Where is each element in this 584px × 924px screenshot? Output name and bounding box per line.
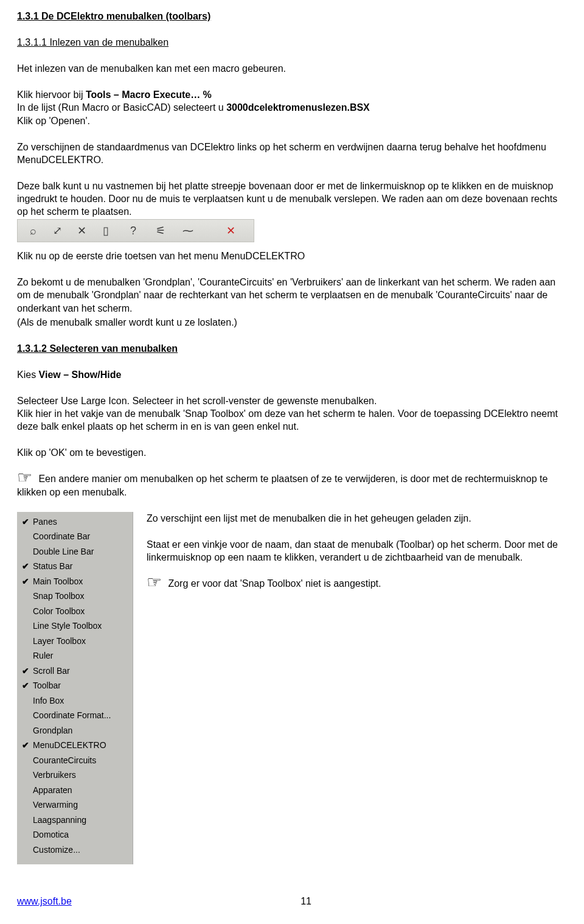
context-menu-item-label: Verbruikers: [33, 769, 76, 780]
context-menu-item-label: Snap Toolbox: [33, 590, 85, 601]
context-menu-item: Coordinate Format...: [17, 708, 133, 723]
context-menu-item: ✔Status Bar: [17, 559, 133, 574]
hand-note-2-text: Zorg er voor dat 'Snap Toolbox' niet is …: [165, 578, 381, 589]
hand-note-1-text: Een andere manier om menubalken op het s…: [17, 474, 548, 497]
intro2-bold1: Tools – Macro Execute… %: [86, 89, 212, 100]
context-menu-item: ✔Scroll Bar: [17, 663, 133, 679]
check-icon: ✔: [22, 665, 33, 676]
check-icon: ✔: [22, 680, 33, 691]
toolbar-btn-6: ⚟: [151, 222, 170, 240]
after-toolbar-3: (Als de menubalk smaller wordt kunt u ze…: [17, 316, 567, 329]
context-menu-item: Ruler: [17, 648, 133, 663]
context-menu-item-label: Line Style Toolbox: [33, 620, 102, 631]
hand-note-2: ☞ Zorg er voor dat 'Snap Toolbox' niet i…: [147, 577, 567, 590]
check-icon: ✔: [22, 516, 33, 527]
toolbar-btn-8: ✕: [221, 222, 240, 240]
after-toolbar-2: Zo bekomt u de menubalken 'Grondplan', '…: [17, 276, 567, 314]
context-menu-item: ✔Panes: [17, 514, 133, 530]
check-icon: ✔: [22, 561, 33, 572]
kies-line: Kies View – Show/Hide: [17, 368, 567, 381]
context-menu-item: Grondplan: [17, 723, 133, 738]
context-menu-item-label: Layer Toolbox: [33, 635, 86, 646]
intro2-bold2: 3000dcelektromenuslezen.BSX: [226, 102, 370, 113]
context-menu-item-label: Customize...: [33, 844, 80, 855]
check-icon: ✔: [22, 740, 33, 751]
context-menu-item-label: Main Toolbox: [33, 576, 83, 587]
kies-pre: Kies: [17, 369, 39, 380]
context-menu-item-label: CouranteCircuits: [33, 755, 96, 766]
hand-icon: ☞: [17, 474, 32, 482]
context-menu-item: Laagspanning: [17, 813, 133, 828]
context-menu-item: ✔Main Toolbox: [17, 574, 133, 589]
context-menu-item-label: MenuDCELEKTRO: [33, 740, 106, 751]
hand-icon: ☞: [147, 578, 162, 587]
toolbar-btn-3: ✕: [72, 222, 91, 240]
intro2-line3: Klik op 'Openen'.: [17, 116, 90, 126]
context-menu-item: Info Box: [17, 693, 133, 709]
context-menu-item: Customize...: [17, 842, 133, 858]
context-menu-item-label: Ruler: [33, 650, 53, 661]
toolbar-btn-5: ?: [124, 222, 142, 240]
footer-link[interactable]: www.jsoft.be: [17, 895, 72, 908]
intro-paragraph-2: Klik hiervoor bij Tools – Macro Execute……: [17, 88, 567, 127]
context-menu-item: Verwarming: [17, 797, 133, 813]
right-text-1: Zo verschijnt een lijst met de menubalke…: [147, 512, 567, 525]
context-menu-item: Line Style Toolbox: [17, 618, 133, 634]
context-menu-item-label: Info Box: [33, 695, 64, 706]
intro-paragraph-3: Zo verschijnen de standaardmenus van DCE…: [17, 141, 567, 166]
context-menu-item: Coordinate Bar: [17, 529, 133, 544]
context-menu-item: Snap Toolbox: [17, 589, 133, 604]
context-menu-item-label: Color Toolbox: [33, 606, 85, 617]
hand-note-1: ☞ Een andere manier om menubalken op het…: [17, 472, 567, 498]
context-menu-item: Apparaten: [17, 783, 133, 798]
toolbar-btn-1: ⌕: [24, 222, 42, 240]
page-footer: www.jsoft.be 11: [17, 895, 567, 908]
context-menu-item-label: Grondplan: [33, 725, 72, 736]
context-menu-item-label: Status Bar: [33, 561, 72, 572]
heading-1-3-1-1: 1.3.1.1 Inlezen van de menubalken: [17, 36, 567, 49]
context-menu-item: ✔MenuDCELEKTRO: [17, 738, 133, 753]
context-menu-item-label: Coordinate Format...: [33, 710, 111, 721]
click-ok: Klik op 'OK' om te bevestigen.: [17, 446, 567, 459]
context-menu-item-label: Coordinate Bar: [33, 531, 90, 542]
intro-paragraph-1: Het inlezen van de menubalken kan met ee…: [17, 62, 567, 75]
context-menu-item: Double Line Bar: [17, 544, 133, 559]
context-menu-item: Color Toolbox: [17, 604, 133, 619]
context-menu-item: CouranteCircuits: [17, 753, 133, 768]
toolbar-screenshot: ⌕ ⤢ ✕ ▯ ? ⚟ ⁓ ✕: [17, 219, 254, 242]
context-menu-item-label: Domotica: [33, 829, 69, 840]
toolbar-btn-4: ▯: [97, 222, 115, 240]
kies-bold: View – Show/Hide: [39, 369, 122, 380]
context-menu-item-label: Toolbar: [33, 680, 61, 691]
check-icon: ✔: [22, 576, 33, 587]
context-menu-item: ✔Toolbar: [17, 678, 133, 693]
intro2-line2a: In de lijst (Run Macro or BasicCAD) sele…: [17, 102, 226, 113]
context-menu-item-label: Scroll Bar: [33, 665, 70, 676]
toolbar-btn-7: ⁓: [179, 222, 197, 240]
right-text-2: Staat er een vinkje voor de naam, dan st…: [147, 538, 567, 564]
context-menu-item: Verbruikers: [17, 768, 133, 783]
intro-paragraph-4: Deze balk kunt u nu vastnemen bij het pl…: [17, 180, 567, 218]
intro2-pre: Klik hiervoor bij: [17, 89, 86, 100]
context-menu-item-label: Panes: [33, 516, 57, 527]
after-toolbar-1: Klik nu op de eerste drie toetsen van he…: [17, 250, 567, 262]
context-menu-item-label: Double Line Bar: [33, 546, 94, 557]
context-menu-screenshot: ✔PanesCoordinate BarDouble Line Bar✔Stat…: [17, 512, 133, 865]
context-menu-item: Layer Toolbox: [17, 634, 133, 649]
context-menu-item-label: Apparaten: [33, 785, 72, 796]
context-menu-explanation: Zo verschijnt een lijst met de menubalke…: [147, 512, 567, 603]
heading-1-3-1: 1.3.1 De DCElektro menubalken (toolbars): [17, 10, 567, 23]
select-paragraph: Selecteer Use Large Icon. Selecteer in h…: [17, 394, 567, 433]
page-number: 11: [301, 895, 311, 908]
context-menu-item-label: Laagspanning: [33, 814, 86, 825]
context-menu-item-label: Verwarming: [33, 799, 78, 810]
context-menu-item: Domotica: [17, 827, 133, 842]
toolbar-btn-2: ⤢: [48, 222, 66, 240]
heading-1-3-1-2: 1.3.1.2 Selecteren van menubalken: [17, 342, 567, 355]
